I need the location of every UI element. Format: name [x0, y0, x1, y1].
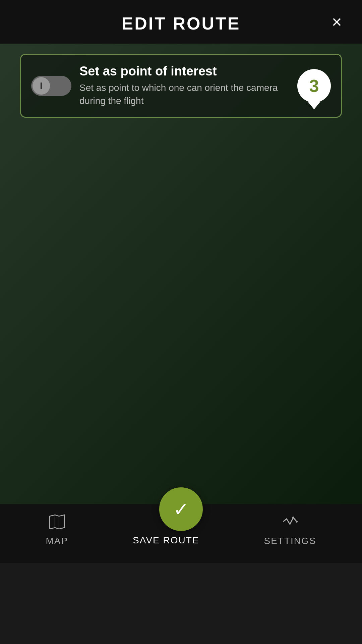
poi-badge: 3 — [297, 69, 331, 103]
poi-toggle-area: I Set as point of interest Set as point … — [31, 64, 297, 107]
close-button[interactable]: × — [332, 13, 342, 31]
save-route-button[interactable]: ✓ — [159, 487, 203, 531]
poi-title: Set as point of interest — [79, 64, 297, 78]
check-icon: ✓ — [173, 498, 189, 520]
poi-banner: I Set as point of interest Set as point … — [20, 54, 342, 118]
poi-description: Set as point to which one can orient the… — [79, 81, 297, 107]
bottom-nav: MAP ✓ SAVE ROUTE SETTINGS — [0, 504, 362, 563]
nav-settings[interactable]: SETTINGS — [264, 514, 316, 546]
svg-marker-24 — [50, 515, 64, 529]
svg-point-27 — [296, 521, 298, 523]
save-route-label: SAVE ROUTE — [133, 535, 199, 546]
save-label-area: SAVE ROUTE — [133, 535, 199, 546]
header: EDIT ROUTE × — [0, 0, 362, 44]
page-title: EDIT ROUTE — [122, 13, 241, 34]
poi-toggle[interactable]: I — [31, 76, 71, 96]
settings-label: SETTINGS — [264, 536, 316, 546]
toggle-knob: I — [33, 77, 50, 95]
settings-icon — [282, 514, 298, 532]
svg-point-28 — [292, 517, 294, 519]
map-icon — [49, 514, 65, 532]
map-label: MAP — [46, 536, 68, 546]
poi-text: Set as point of interest Set as point to… — [79, 64, 297, 107]
nav-map[interactable]: MAP — [46, 514, 68, 546]
